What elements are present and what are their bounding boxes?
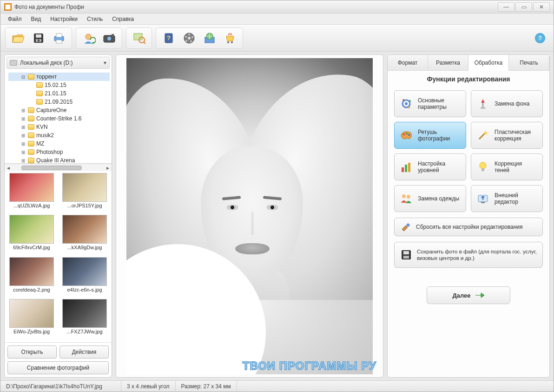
status-path: D:\Прохо\Гагарина\1\k7Is4hoTUnY.jpg [0, 381, 121, 392]
camera-icon[interactable] [99, 29, 119, 47]
tree-label: musik2 [36, 132, 54, 139]
maximize-button[interactable]: ▭ [515, 2, 532, 12]
compare-button[interactable]: Сравнение фотографий [7, 361, 109, 374]
left-panel: Локальный диск (D:) ▾ ⊟торрент15.02.1521… [4, 54, 112, 378]
print-icon[interactable] [49, 29, 69, 47]
menu-view[interactable]: Вид [26, 14, 46, 24]
svg-point-18 [188, 37, 191, 40]
next-button[interactable]: Далее [427, 286, 510, 304]
globe-box-icon[interactable] [200, 29, 219, 47]
tree-label: MZ [36, 140, 44, 147]
minimize-button[interactable]: — [498, 2, 514, 12]
tree-label: 21.01.15 [45, 90, 66, 97]
replace-clothes-button[interactable]: Замена одежды [394, 185, 466, 212]
folder-icon [28, 116, 34, 121]
folder-tree[interactable]: ⊟торрент15.02.1521.01.1521.09.2015⊞Captu… [5, 71, 112, 164]
tab-format[interactable]: Формат [388, 55, 428, 70]
thumbnail[interactable]: ...qUZlLWzA.jpg [7, 173, 57, 214]
main-area: Локальный диск (D:) ▾ ⊟торрент15.02.1521… [0, 52, 554, 380]
external-editor-button[interactable]: Внешний редактор [471, 185, 543, 212]
reset-button[interactable]: Сбросить все настройки редактирования [394, 218, 543, 236]
thumbnail[interactable]: ...orJPS15Y.jpg [59, 173, 110, 214]
levels-button[interactable]: Настройка уровней [394, 153, 466, 180]
photo-preview[interactable] [126, 58, 373, 374]
tree-item[interactable]: ⊞KVN [8, 123, 110, 131]
tree-item[interactable]: ⊞CaptureOne [8, 106, 110, 114]
svg-point-29 [405, 102, 408, 105]
thumbnail-image [9, 257, 54, 286]
svg-point-44 [402, 194, 406, 198]
cart-icon[interactable] [220, 29, 240, 47]
thumbnail-image [62, 173, 107, 202]
tree-label: 15.02.15 [45, 82, 66, 88]
save-photo-button[interactable]: Сохранить фото в файл (для портала гос. … [394, 242, 543, 268]
tree-item[interactable]: 21.01.15 [8, 89, 110, 98]
tree-item[interactable]: ⊞Photoshop [8, 148, 110, 156]
tree-item[interactable]: ⊟торрент [8, 73, 110, 81]
open-button[interactable]: Открыть [7, 345, 57, 359]
folder-icon [28, 133, 34, 138]
disk-icon [10, 60, 17, 66]
menu-file[interactable]: Файл [3, 14, 26, 24]
thumbnail-image [9, 299, 54, 328]
close-button[interactable]: ✕ [533, 2, 550, 12]
tree-item[interactable]: ⊞Counter-Strike 1.6 [8, 114, 110, 123]
help-circle-icon[interactable]: ? [535, 33, 545, 43]
thumbnail[interactable]: ...kXA9gDw.jpg [59, 215, 110, 256]
thumbnail[interactable]: e4Izc-e6n-s.jpg [59, 257, 110, 299]
folder-icon [36, 99, 43, 105]
open-folder-icon[interactable] [8, 29, 28, 47]
actions-button[interactable]: Действия [59, 345, 109, 359]
tab-processing[interactable]: Обработка [468, 55, 509, 71]
basic-params-button[interactable]: Основные параметры [394, 90, 466, 117]
tool-group-preview [126, 27, 152, 49]
drive-selector[interactable]: Локальный диск (D:) ▾ [7, 57, 110, 69]
thumbnail-caption: ...orJPS15Y.jpg [67, 203, 102, 210]
svg-rect-12 [134, 33, 142, 40]
tree-item[interactable]: 15.02.15 [8, 81, 110, 89]
thumbnail[interactable]: coreldeaq-2.png [7, 257, 57, 299]
thumbnail-image [9, 215, 54, 244]
thumbnail[interactable]: 69cFifxvCrM.jpg [7, 215, 57, 256]
folder-icon [28, 149, 34, 155]
plastic-button[interactable]: Пластическая коррекция [471, 122, 543, 149]
menu-style[interactable]: Стиль [82, 14, 107, 24]
svg-point-35 [403, 133, 405, 135]
tree-label: Photoshop [36, 149, 63, 155]
tree-item[interactable]: ⊞MZ [8, 140, 110, 148]
tree-item[interactable]: 21.09.2015 [8, 98, 110, 106]
magnify-photo-icon[interactable] [129, 29, 149, 47]
tab-markup[interactable]: Разметка [428, 55, 468, 70]
help-book-icon[interactable]: ? [159, 29, 178, 47]
thumbnail-grid[interactable]: ...qUZlLWzA.jpg...orJPS15Y.jpg69cFifxvCr… [5, 171, 112, 342]
folder-icon [28, 74, 34, 80]
thumbnail-caption: 69cFifxvCrM.jpg [13, 245, 50, 252]
svg-point-23 [185, 36, 187, 38]
chevron-down-icon: ▾ [104, 60, 106, 66]
svg-point-36 [406, 133, 408, 134]
tool-group-photo [76, 27, 122, 49]
save-icon[interactable] [29, 29, 48, 47]
tree-item[interactable]: ⊞musik2 [8, 131, 110, 140]
replace-bg-button[interactable]: Замена фона [471, 90, 543, 117]
tab-bar: Формат Разметка Обработка Печать [388, 55, 549, 71]
thumbnail[interactable]: EiWo-ZjvBts.jpg [7, 299, 57, 340]
tab-print[interactable]: Печать [509, 55, 549, 70]
next-row: Далее [394, 286, 543, 304]
panel-title: Функции редактирования [394, 75, 543, 83]
svg-rect-0 [6, 5, 10, 9]
thumbnail[interactable]: ...FXZ7JWw.jpg [59, 299, 110, 340]
tree-horizontal-scrollbar[interactable]: ◂▸ [5, 164, 112, 171]
tree-item[interactable]: ⊞Quake III Arena [8, 156, 110, 164]
svg-text:?: ? [167, 34, 171, 41]
retouch-button[interactable]: Ретушь фотографии [394, 122, 466, 149]
svg-point-30 [402, 99, 404, 101]
change-photo-icon[interactable] [79, 29, 99, 47]
shadows-button[interactable]: Коррекция теней [471, 153, 543, 180]
video-icon[interactable] [179, 29, 199, 47]
watermark: ТВОИ ПРОГРАММЫ РУ [243, 359, 376, 372]
menu-help[interactable]: Справка [107, 14, 138, 24]
left-buttons-row: Открыть Действия [5, 342, 112, 361]
svg-point-20 [191, 36, 193, 38]
menu-settings[interactable]: Настройки [46, 14, 82, 24]
